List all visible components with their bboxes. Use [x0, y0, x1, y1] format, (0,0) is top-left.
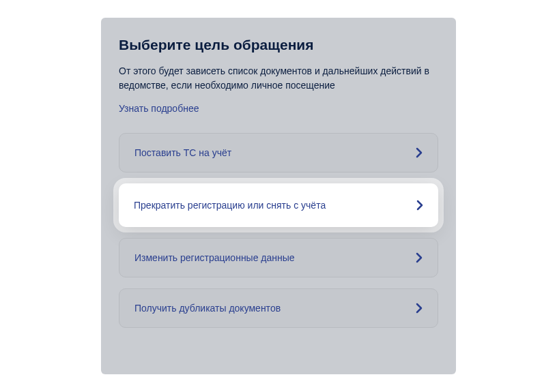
chevron-right-icon: [416, 252, 423, 263]
chevron-right-icon: [416, 303, 423, 314]
chevron-right-icon: [416, 147, 423, 158]
option-label: Изменить регистрационные данные: [134, 252, 295, 263]
option-terminate-registration[interactable]: Прекратить регистрацию или снять с учёта: [119, 183, 438, 227]
chevron-right-icon: [416, 200, 423, 211]
option-label: Получить дубликаты документов: [134, 303, 281, 314]
learn-more-link[interactable]: Узнать подробнее: [119, 103, 199, 114]
option-duplicates[interactable]: Получить дубликаты документов: [119, 288, 438, 328]
option-label: Поставить ТС на учёт: [134, 147, 231, 158]
page-title: Выберите цель обращения: [119, 37, 438, 53]
option-register-vehicle[interactable]: Поставить ТС на учёт: [119, 133, 438, 172]
options-list: Поставить ТС на учёт Прекратить регистра…: [119, 133, 438, 328]
option-label: Прекратить регистрацию или снять с учёта: [134, 200, 326, 211]
page-subtitle: От этого будет зависеть список документо…: [119, 64, 438, 93]
option-change-data[interactable]: Изменить регистрационные данные: [119, 238, 438, 277]
selection-panel: Выберите цель обращения От этого будет з…: [101, 18, 456, 374]
